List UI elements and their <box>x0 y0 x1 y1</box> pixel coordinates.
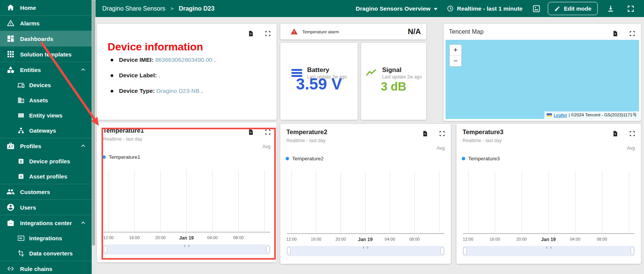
leaflet-link[interactable]: Leaflet <box>554 113 567 117</box>
sidebar-item-rule-chains[interactable]: Rule chains <box>0 261 92 274</box>
assets-icon <box>17 97 25 104</box>
aggregation-label[interactable]: Avg <box>437 146 445 151</box>
map-canvas[interactable]: + − Leaflet | ©2024 Tencent - GS(2023)11… <box>445 40 639 119</box>
export-file-icon[interactable] <box>247 30 254 37</box>
legend-dot <box>286 157 289 160</box>
x-axis-tick-label: 20:00 <box>336 237 346 241</box>
x-axis-tick-label: Jan 19 <box>358 237 373 242</box>
range-grip[interactable] <box>363 246 368 249</box>
legend-item[interactable]: Temperature3 <box>462 156 500 161</box>
gridline <box>341 171 341 235</box>
sidebar-item-alarms[interactable]: Alarms <box>0 16 92 31</box>
range-grip[interactable] <box>184 245 189 247</box>
chart-plot-area: 12:0016:0020:00Jan 1904:0008:00 <box>463 171 635 234</box>
temperature3-chart-widget: Temperature3 Realtime - last day Avg Tem… <box>456 124 641 264</box>
sidebar-item-entity-views[interactable]: Entity views <box>0 108 92 123</box>
zoom-in-button[interactable]: + <box>450 45 461 55</box>
fullscreen-button[interactable] <box>627 5 635 13</box>
sidebar-item-integrations-center[interactable]: ‹·›Integrations center <box>0 215 92 230</box>
ukraine-flag-icon <box>547 113 552 117</box>
sidebar-item-profiles[interactable]: Profiles <box>0 138 92 153</box>
home-icon <box>6 3 15 12</box>
sidebar-item-solution-templates[interactable]: Solution templates <box>0 47 92 62</box>
sidebar-item-label: Customers <box>20 189 50 195</box>
sidebar-nav: HomeAlarmsDashboardsSolution templatesEn… <box>0 0 92 274</box>
sidebar-item-customers[interactable]: Customers <box>0 184 92 199</box>
sidebar-item-data-converters[interactable]: Data converters <box>0 246 92 261</box>
svg-text:‹·›: ‹·› <box>9 222 12 225</box>
temperature2-chart-widget: Temperature2 Realtime - last day Avg Tem… <box>280 124 451 264</box>
widget-actions <box>612 130 636 137</box>
legend-item[interactable]: Temperature2 <box>286 156 324 161</box>
zoom-out-button[interactable]: − <box>450 55 461 66</box>
range-handle-left[interactable] <box>104 246 107 253</box>
sidebar-item-assets[interactable]: Assets <box>0 92 92 108</box>
battery-widget: Battery Last update 2w ago 3.59 V <box>280 43 358 120</box>
sidebar-item-dashboards[interactable]: Dashboards <box>0 31 92 46</box>
expand-widget-icon[interactable] <box>629 30 636 37</box>
range-handle-right[interactable] <box>266 246 270 253</box>
aggregation-label[interactable]: Avg <box>263 144 270 149</box>
range-handle-right[interactable] <box>631 247 634 255</box>
legend-item[interactable]: Temperature1 <box>102 154 140 160</box>
range-handle-right[interactable] <box>441 247 444 255</box>
range-grip[interactable] <box>546 246 551 249</box>
export-file-icon[interactable] <box>422 130 428 137</box>
sidebar-item-gateways[interactable]: Gateways <box>0 123 92 138</box>
sidebar-item-label: Entity views <box>29 112 63 119</box>
x-axis-tick-label: 04:00 <box>207 235 218 240</box>
export-file-icon[interactable] <box>612 130 619 137</box>
sidebar-item-home[interactable]: Home <box>0 0 92 15</box>
gridline <box>629 171 629 235</box>
pencil-icon <box>554 6 560 12</box>
export-file-icon[interactable] <box>612 30 619 37</box>
sidebar-item-integrations[interactable]: Integrations <box>0 230 92 246</box>
sidebar-item-users[interactable]: Users <box>0 200 92 215</box>
aggregation-label[interactable]: Avg <box>627 146 635 151</box>
timewindow-button[interactable]: Realtime - last 1 minute <box>447 5 522 12</box>
gridline <box>160 170 161 233</box>
download-button[interactable] <box>606 5 615 13</box>
tencent-map-widget: Tencent Map + − Leaflet | ©2024 Tencent … <box>444 24 641 121</box>
download-icon <box>606 5 615 13</box>
edit-mode-button[interactable]: Edit mode <box>548 2 598 15</box>
expand-widget-icon[interactable] <box>629 130 636 137</box>
alarm-value: N/A <box>408 27 421 36</box>
dashboard-toolbar: Dragino Share Sensors > Dragino D23 Drag… <box>95 0 644 17</box>
chevron-up-icon[interactable] <box>80 66 87 74</box>
breadcrumb-parent[interactable]: Dragino Share Sensors <box>102 5 165 12</box>
background-image-button[interactable] <box>532 5 541 13</box>
sidebar-item-asset-profiles[interactable]: AAsset profiles <box>0 169 92 184</box>
x-axis-tick-label: 20:00 <box>516 237 527 241</box>
chevron-up-icon[interactable] <box>80 142 87 150</box>
gridline <box>264 170 265 233</box>
gridline <box>468 171 469 235</box>
range-handle-left[interactable] <box>463 247 467 255</box>
x-axis-tick-label: 16:00 <box>489 237 500 241</box>
export-file-icon[interactable] <box>247 128 254 136</box>
expand-widget-icon[interactable] <box>264 30 271 37</box>
chart-subtitle: Realtime - last day <box>286 138 326 143</box>
x-axis-tick-label: 04:00 <box>385 237 395 241</box>
device-info-list: Device IMEI: 863663062803490.00 . Device… <box>109 56 216 103</box>
asset-profile-icon: A <box>17 173 25 180</box>
chart-range-scrollbar[interactable] <box>103 244 270 255</box>
legend-dot <box>462 157 465 160</box>
sidebar-item-device-profiles[interactable]: DDevice profiles <box>0 153 92 169</box>
sidebar-item-entities[interactable]: Entities <box>0 62 92 77</box>
expand-widget-icon[interactable] <box>264 128 271 136</box>
device-profile-icon: D <box>17 158 25 165</box>
main-scrollbar[interactable] <box>92 0 95 274</box>
range-handle-left[interactable] <box>287 247 291 255</box>
expand-widget-icon[interactable] <box>439 130 445 137</box>
temperature-alarm-widget: Temperature alarm N/A <box>280 24 426 39</box>
chart-range-scrollbar[interactable] <box>463 246 635 256</box>
customers-icon <box>6 188 15 196</box>
sidebar-item-devices[interactable]: Devices <box>0 77 92 92</box>
gridline <box>390 171 390 235</box>
chart-range-scrollbar[interactable] <box>286 246 445 256</box>
chevron-up-icon[interactable] <box>80 219 87 227</box>
main-scrollbar-thumb[interactable] <box>92 0 95 246</box>
map-attribution: Leaflet | ©2024 Tencent - GS(2023)1171号 <box>544 111 639 119</box>
dashboard-state-selector[interactable]: Dragino Sensors Overview <box>356 5 438 12</box>
